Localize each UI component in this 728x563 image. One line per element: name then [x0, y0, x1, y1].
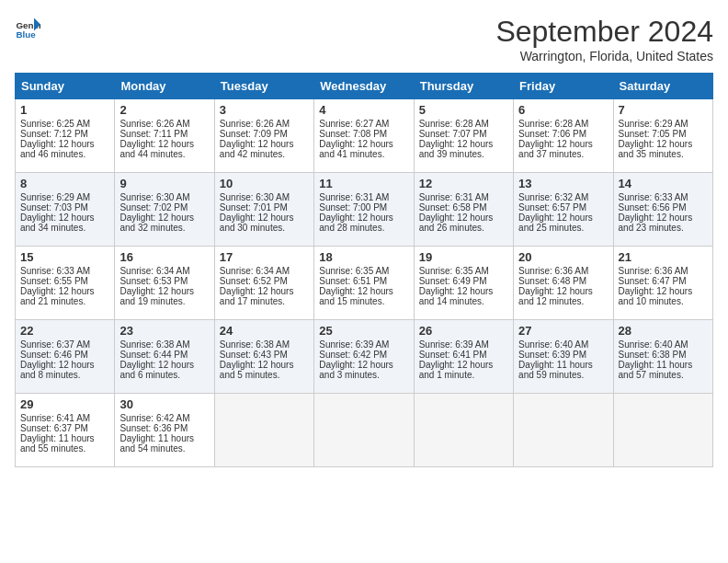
logo-icon: General Blue — [15, 15, 40, 40]
daylight-label: Daylight: 11 hours and 59 minutes. — [518, 360, 593, 380]
calendar-cell: 22Sunrise: 6:37 AMSunset: 6:46 PMDayligh… — [16, 320, 115, 394]
calendar-cell: 7Sunrise: 6:29 AMSunset: 7:05 PMDaylight… — [613, 99, 712, 173]
day-number: 14 — [619, 177, 708, 190]
day-number: 20 — [518, 250, 608, 264]
svg-text:Blue: Blue — [16, 29, 36, 40]
daylight-label: Daylight: 12 hours and 21 minutes. — [20, 286, 95, 306]
calendar-cell: 6Sunrise: 6:28 AMSunset: 7:06 PMDaylight… — [514, 99, 613, 173]
daylight-label: Daylight: 11 hours and 54 minutes. — [119, 433, 194, 454]
daylight-label: Daylight: 12 hours and 3 minutes. — [319, 360, 393, 380]
sunrise: Sunrise: 6:34 AM — [220, 266, 290, 276]
sunset: Sunset: 7:08 PM — [319, 129, 387, 139]
sunrise: Sunrise: 6:29 AM — [20, 192, 90, 202]
day-number: 11 — [319, 177, 408, 190]
daylight-label: Daylight: 12 hours and 41 minutes. — [319, 139, 393, 159]
sunrise: Sunrise: 6:31 AM — [419, 192, 489, 202]
sunrise: Sunrise: 6:25 AM — [20, 119, 90, 129]
calendar-cell: 2Sunrise: 6:26 AMSunset: 7:11 PMDaylight… — [115, 99, 214, 173]
calendar-cell — [613, 394, 712, 467]
sunset: Sunset: 7:11 PM — [119, 129, 188, 139]
daylight-label: Daylight: 12 hours and 37 minutes. — [518, 139, 593, 159]
daylight-label: Daylight: 12 hours and 28 minutes. — [319, 213, 393, 233]
sunrise: Sunrise: 6:42 AM — [119, 413, 189, 423]
col-header-tuesday: Tuesday — [214, 74, 313, 99]
sunrise: Sunrise: 6:30 AM — [220, 192, 290, 202]
daylight-label: Daylight: 12 hours and 30 minutes. — [220, 213, 294, 233]
day-number: 7 — [619, 103, 708, 117]
day-number: 28 — [619, 324, 708, 338]
calendar-cell: 23Sunrise: 6:38 AMSunset: 6:44 PMDayligh… — [115, 320, 214, 394]
col-header-monday: Monday — [115, 74, 214, 99]
sunset: Sunset: 6:46 PM — [20, 350, 88, 360]
daylight-label: Daylight: 12 hours and 44 minutes. — [119, 139, 194, 159]
sunset: Sunset: 6:58 PM — [419, 202, 487, 213]
calendar-cell: 16Sunrise: 6:34 AMSunset: 6:53 PMDayligh… — [115, 247, 214, 320]
day-number: 29 — [20, 397, 109, 411]
sunset: Sunset: 7:05 PM — [619, 129, 687, 139]
daylight-label: Daylight: 12 hours and 25 minutes. — [518, 213, 593, 233]
logo: General Blue — [15, 15, 40, 40]
day-number: 2 — [119, 103, 209, 117]
day-number: 24 — [220, 324, 309, 338]
daylight-label: Daylight: 12 hours and 14 minutes. — [419, 286, 494, 306]
calendar-cell: 10Sunrise: 6:30 AMSunset: 7:01 PMDayligh… — [214, 173, 313, 247]
sunrise: Sunrise: 6:26 AM — [119, 119, 189, 129]
sunset: Sunset: 7:07 PM — [419, 129, 487, 139]
calendar-cell: 18Sunrise: 6:35 AMSunset: 6:51 PMDayligh… — [314, 247, 414, 320]
calendar-cell: 4Sunrise: 6:27 AMSunset: 7:08 PMDaylight… — [314, 99, 414, 173]
sunset: Sunset: 6:42 PM — [319, 350, 387, 360]
calendar-cell: 26Sunrise: 6:39 AMSunset: 6:41 PMDayligh… — [414, 320, 513, 394]
calendar-cell: 13Sunrise: 6:32 AMSunset: 6:57 PMDayligh… — [514, 173, 613, 247]
day-number: 16 — [119, 250, 209, 264]
sunset: Sunset: 7:12 PM — [20, 129, 88, 139]
calendar-cell: 19Sunrise: 6:35 AMSunset: 6:49 PMDayligh… — [414, 247, 513, 320]
daylight-label: Daylight: 12 hours and 15 minutes. — [319, 286, 393, 306]
calendar-cell: 14Sunrise: 6:33 AMSunset: 6:56 PMDayligh… — [613, 173, 712, 247]
day-number: 5 — [419, 103, 508, 117]
daylight-label: Daylight: 11 hours and 57 minutes. — [619, 360, 693, 380]
sunrise: Sunrise: 6:35 AM — [419, 266, 489, 276]
sunrise: Sunrise: 6:27 AM — [319, 119, 389, 129]
col-header-sunday: Sunday — [16, 74, 115, 99]
col-header-wednesday: Wednesday — [314, 74, 414, 99]
day-number: 25 — [319, 324, 408, 338]
sunset: Sunset: 6:55 PM — [20, 276, 88, 286]
day-number: 26 — [419, 324, 508, 338]
sunrise: Sunrise: 6:36 AM — [518, 266, 588, 276]
day-number: 27 — [518, 324, 608, 338]
calendar-cell: 8Sunrise: 6:29 AMSunset: 7:03 PMDaylight… — [16, 173, 115, 247]
calendar-cell: 21Sunrise: 6:36 AMSunset: 6:47 PMDayligh… — [613, 247, 712, 320]
month-title: September 2024 — [495, 15, 713, 49]
day-number: 3 — [220, 103, 309, 117]
week-row-5: 29Sunrise: 6:41 AMSunset: 6:37 PMDayligh… — [16, 394, 713, 467]
sunset: Sunset: 6:38 PM — [619, 350, 687, 360]
daylight-label: Daylight: 12 hours and 34 minutes. — [20, 213, 95, 233]
daylight-label: Daylight: 12 hours and 35 minutes. — [619, 139, 693, 159]
calendar-cell: 29Sunrise: 6:41 AMSunset: 6:37 PMDayligh… — [16, 394, 115, 467]
calendar-cell: 28Sunrise: 6:40 AMSunset: 6:38 PMDayligh… — [613, 320, 712, 394]
day-number: 15 — [20, 250, 109, 264]
day-number: 19 — [419, 250, 508, 264]
sunset: Sunset: 7:03 PM — [20, 202, 88, 213]
calendar-cell: 15Sunrise: 6:33 AMSunset: 6:55 PMDayligh… — [16, 247, 115, 320]
day-number: 23 — [119, 324, 209, 338]
daylight-label: Daylight: 12 hours and 5 minutes. — [220, 360, 294, 380]
week-row-4: 22Sunrise: 6:37 AMSunset: 6:46 PMDayligh… — [16, 320, 713, 394]
day-number: 10 — [220, 177, 309, 190]
sunrise: Sunrise: 6:26 AM — [220, 119, 290, 129]
calendar-cell: 17Sunrise: 6:34 AMSunset: 6:52 PMDayligh… — [214, 247, 313, 320]
daylight-label: Daylight: 12 hours and 26 minutes. — [419, 213, 494, 233]
daylight-label: Daylight: 12 hours and 8 minutes. — [20, 360, 95, 380]
sunrise: Sunrise: 6:28 AM — [518, 119, 588, 129]
sunset: Sunset: 6:52 PM — [220, 276, 288, 286]
sunset: Sunset: 6:41 PM — [419, 350, 487, 360]
calendar-cell: 3Sunrise: 6:26 AMSunset: 7:09 PMDaylight… — [214, 99, 313, 173]
calendar-cell: 30Sunrise: 6:42 AMSunset: 6:36 PMDayligh… — [115, 394, 214, 467]
calendar-cell — [314, 394, 414, 467]
day-number: 22 — [20, 324, 109, 338]
calendar-cell: 9Sunrise: 6:30 AMSunset: 7:02 PMDaylight… — [115, 173, 214, 247]
daylight-label: Daylight: 12 hours and 6 minutes. — [119, 360, 194, 380]
calendar-cell: 24Sunrise: 6:38 AMSunset: 6:43 PMDayligh… — [214, 320, 313, 394]
day-number: 4 — [319, 103, 408, 117]
week-row-3: 15Sunrise: 6:33 AMSunset: 6:55 PMDayligh… — [16, 247, 713, 320]
